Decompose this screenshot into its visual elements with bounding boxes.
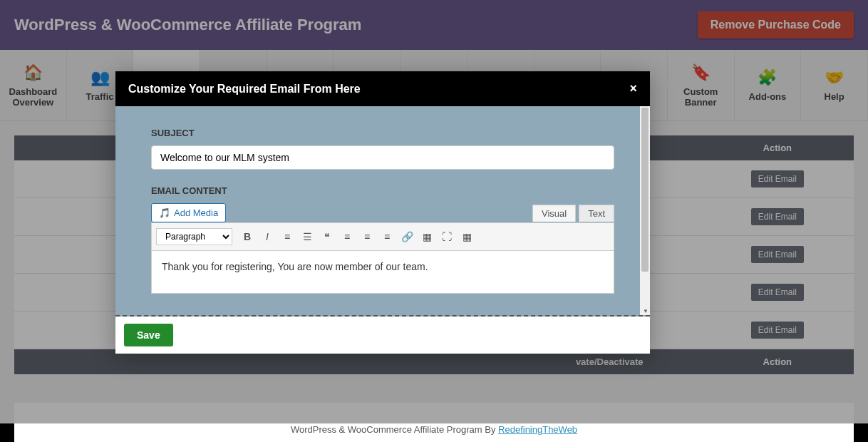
customize-email-modal: Customize Your Required Email From Here … (115, 71, 650, 354)
paragraph-select[interactable]: Paragraph (156, 228, 232, 245)
quote-icon[interactable]: ❝ (318, 227, 336, 246)
scroll-thumb[interactable] (641, 108, 649, 272)
content-label: EMAIL CONTENT (151, 185, 614, 196)
bold-icon[interactable]: B (238, 227, 257, 246)
align-right-icon[interactable]: ≡ (378, 227, 396, 246)
bullet-list-icon[interactable]: ≡ (278, 227, 296, 246)
editor-toolbar: Paragraph B I ≡ ☰ ❝ ≡ ≡ ≡ 🔗 ▦ ⛶ ▦ (151, 222, 614, 251)
scrollbar[interactable]: ▲ ▼ (640, 106, 650, 315)
align-left-icon[interactable]: ≡ (338, 227, 356, 246)
footer-link[interactable]: RedefiningTheWeb (498, 424, 577, 435)
subject-label: SUBJECT (151, 128, 614, 138)
toolbar-toggle-icon[interactable]: ▦ (458, 227, 476, 246)
fullscreen-icon[interactable]: ⛶ (438, 227, 456, 246)
media-icon: 🎵 (159, 207, 170, 218)
link-icon[interactable]: 🔗 (398, 227, 416, 246)
modal-header: Customize Your Required Email From Here … (115, 71, 650, 106)
align-center-icon[interactable]: ≡ (358, 227, 376, 246)
modal-title: Customize Your Required Email From Here (128, 83, 361, 96)
tab-visual[interactable]: Visual (532, 205, 576, 222)
subject-input[interactable] (151, 145, 614, 170)
close-icon[interactable]: × (629, 81, 637, 96)
tab-text[interactable]: Text (579, 205, 614, 222)
add-media-button[interactable]: 🎵Add Media (151, 203, 226, 222)
save-button[interactable]: Save (124, 324, 173, 346)
italic-icon[interactable]: I (258, 227, 277, 246)
scroll-down-icon[interactable]: ▼ (643, 308, 649, 314)
number-list-icon[interactable]: ☰ (298, 227, 316, 246)
editor-content[interactable]: Thank you for registering, You are now m… (151, 251, 614, 294)
readmore-icon[interactable]: ▦ (418, 227, 436, 246)
